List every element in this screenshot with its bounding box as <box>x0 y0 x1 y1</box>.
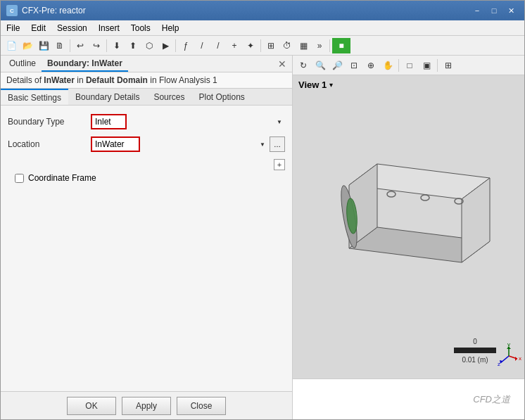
snap-button[interactable]: ⊞ <box>441 58 456 73</box>
toolbar-sep-2 <box>106 39 107 52</box>
svg-text:z: z <box>498 361 500 367</box>
toolbar-sep-4 <box>260 39 261 52</box>
slash1-button[interactable]: / <box>194 38 210 53</box>
zoom-in-button[interactable]: 🔍 <box>312 58 328 73</box>
breadcrumb-inwater: InWater <box>44 75 75 85</box>
tab-boundary[interactable]: Boundary: InWater <box>42 56 128 72</box>
location-browse-button[interactable]: … <box>270 136 285 152</box>
breadcrumb-suffix: in Flow Analysis 1 <box>148 75 217 85</box>
import-button[interactable]: ⬇ <box>109 38 125 53</box>
svg-point-5 <box>387 191 396 197</box>
redo-button[interactable]: ↪ <box>89 38 104 53</box>
pan-button[interactable]: ✋ <box>380 58 396 73</box>
main-window: C CFX-Pre: reactor − □ ✕ File Edit Sessi… <box>0 0 525 420</box>
open-button[interactable]: 📂 <box>20 38 35 53</box>
breadcrumb: Details of InWater in Default Domain in … <box>1 72 292 89</box>
zoom-out-button[interactable]: 🔎 <box>329 58 345 73</box>
menu-session[interactable]: Session <box>51 22 93 34</box>
boundary-type-row: Boundary Type Inlet <box>8 114 285 129</box>
monitor-button[interactable]: ⊞ <box>263 38 279 53</box>
expression-button[interactable]: ƒ <box>178 38 194 53</box>
ok-button[interactable]: OK <box>67 397 116 415</box>
location-dropdown-wrapper: InWater <box>91 136 268 152</box>
sub-tabs: Basic Settings Boundary Details Sources … <box>1 89 292 106</box>
menu-bar: File Edit Session Insert Tools Help <box>1 20 524 36</box>
zoom-select-button[interactable]: ⊕ <box>363 58 379 73</box>
breadcrumb-prefix: Details of <box>6 75 44 85</box>
clock-button[interactable]: ⏱ <box>279 38 295 53</box>
scale-value: 0.01 (m) <box>462 356 488 364</box>
boundary-type-label: Boundary Type <box>8 117 85 127</box>
minimize-button[interactable]: − <box>469 4 485 17</box>
main-toolbar: 📄 📂 💾 🗎 ↩ ↪ ⬇ ⬆ ⬡ ▶ ƒ / / + ✦ ⊞ ⏱ ▦ » ■ <box>1 36 524 56</box>
main-area: Outline Boundary: InWater ✕ Details of I… <box>1 56 524 419</box>
svg-marker-10 <box>515 357 517 361</box>
view-dropdown-arrow[interactable]: ▾ <box>329 81 333 89</box>
subtab-boundary-details[interactable]: Boundary Details <box>68 89 146 105</box>
subtab-sources[interactable]: Sources <box>146 89 191 105</box>
svg-line-13 <box>500 356 509 363</box>
breadcrumb-domain: Default Domain <box>86 75 148 85</box>
title-bar: C CFX-Pre: reactor − □ ✕ <box>1 1 524 20</box>
tab-close-button[interactable]: ✕ <box>275 56 289 72</box>
more-button[interactable]: » <box>312 38 327 53</box>
window-controls: − □ ✕ <box>469 4 519 17</box>
watermark-text: CFD之道 <box>473 393 510 406</box>
close-window-button[interactable]: ✕ <box>503 4 519 17</box>
coordinate-frame-label: Coordinate Frame <box>28 173 96 183</box>
plus-button[interactable]: + <box>227 38 242 53</box>
star-button[interactable]: ✦ <box>243 38 258 53</box>
pipe-svg <box>321 150 504 291</box>
mesh-button[interactable]: ⬡ <box>141 38 157 53</box>
logo-area: CFD之道 <box>293 378 524 419</box>
palette-button[interactable]: ■ <box>332 38 350 53</box>
close-button[interactable]: Close <box>177 397 226 415</box>
axis-svg: x y z <box>496 343 521 369</box>
zoom-fit-button[interactable]: ⊡ <box>346 58 362 73</box>
menu-help[interactable]: Help <box>156 22 185 34</box>
menu-file[interactable]: File <box>1 22 25 34</box>
save-button[interactable]: 💾 <box>36 38 51 53</box>
expand-button[interactable]: + <box>274 159 285 170</box>
maximize-button[interactable]: □ <box>486 4 502 17</box>
scale-bar-line <box>454 348 496 353</box>
view-toolbar-sep-2 <box>437 59 438 72</box>
svg-text:y: y <box>507 343 510 348</box>
grid-button[interactable]: ▦ <box>296 38 311 53</box>
rotate-button[interactable]: ↻ <box>296 58 311 73</box>
window-title: CFX-Pre: reactor <box>22 6 86 15</box>
boundary-type-control: Inlet <box>91 114 285 129</box>
coordinate-frame-checkbox[interactable] <box>15 174 24 183</box>
bottom-bar: OK Apply Close <box>1 391 292 419</box>
location-control: InWater … <box>91 136 285 152</box>
view-toolbar-sep-1 <box>398 59 399 72</box>
boundary-type-dropdown[interactable]: Inlet <box>91 114 127 129</box>
menu-insert[interactable]: Insert <box>93 22 125 34</box>
menu-tools[interactable]: Tools <box>125 22 156 34</box>
coordinate-frame-row: Coordinate Frame <box>15 173 285 183</box>
subtab-basic-settings[interactable]: Basic Settings <box>1 89 68 105</box>
view-label-text: View 1 <box>298 79 327 90</box>
location-label: Location <box>8 139 85 149</box>
pipe-container <box>314 103 510 336</box>
view-area: View 1 ▾ <box>293 75 524 378</box>
toolbar-sep-1 <box>70 39 70 52</box>
view-label: View 1 ▾ <box>298 79 333 90</box>
subtab-plot-options[interactable]: Plot Options <box>191 89 251 105</box>
expand-row: + <box>8 159 285 170</box>
frame-button[interactable]: ▣ <box>419 58 434 73</box>
tab-outline[interactable]: Outline <box>4 56 42 72</box>
undo-button[interactable]: ↩ <box>72 38 88 53</box>
svg-point-6 <box>421 195 429 201</box>
scale-bar: 0 0.01 (m) <box>454 336 496 364</box>
apply-button[interactable]: Apply <box>122 397 171 415</box>
left-panel: Outline Boundary: InWater ✕ Details of I… <box>1 56 293 419</box>
slash2-button[interactable]: / <box>210 38 226 53</box>
menu-edit[interactable]: Edit <box>25 22 51 34</box>
view-select-button[interactable]: □ <box>402 58 417 73</box>
new-button[interactable]: 📄 <box>4 38 19 53</box>
location-dropdown[interactable]: InWater <box>91 136 140 152</box>
run-button[interactable]: ▶ <box>158 38 173 53</box>
save-as-button[interactable]: 🗎 <box>52 38 68 53</box>
export-button[interactable]: ⬆ <box>125 38 141 53</box>
